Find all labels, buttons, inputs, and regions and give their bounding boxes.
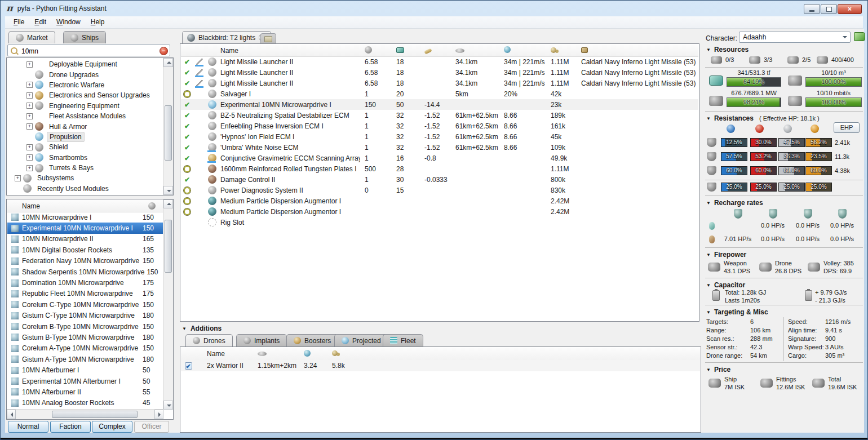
additions-tab[interactable]: Drones (185, 334, 233, 346)
recharge-section-header[interactable]: ▼ Recharge rates (706, 199, 763, 207)
meta-filter-button[interactable]: Complex (92, 421, 132, 433)
additions-tab[interactable]: Implants (236, 334, 287, 346)
expand-icon[interactable]: + (26, 61, 33, 68)
drones-header[interactable]: Name (181, 348, 700, 361)
powergrid-column-icon[interactable] (365, 46, 372, 54)
tree-item[interactable]: + Shield (7, 142, 163, 152)
expand-icon[interactable]: + (26, 154, 33, 161)
meta-filter-button[interactable]: Normal (8, 421, 48, 433)
range-column-icon[interactable] (258, 352, 267, 356)
name-column-header[interactable]: Name (196, 350, 258, 358)
market-item-row[interactable]: 10MN Afterburner II 55 (7, 386, 163, 397)
market-item-row[interactable]: 10MN Microwarpdrive II 165 (7, 234, 163, 245)
capacitor-column-icon[interactable] (424, 48, 432, 54)
firepower-section-header[interactable]: ▼ Firepower (706, 251, 746, 259)
market-item-row[interactable]: Republic Fleet 10MN Microwarpdrive 175 (7, 288, 163, 299)
new-tab-button[interactable] (260, 33, 276, 44)
additions-tab[interactable]: Projected (334, 334, 388, 346)
market-item-row[interactable]: Domination 10MN Microwarpdrive 175 (7, 277, 163, 288)
fitting-row[interactable]: ✔ Light Missile Launcher II 6.58 18 34.1… (181, 78, 698, 88)
tree-item[interactable]: + Engineering Equipment (7, 101, 163, 111)
market-item-row[interactable]: 10MN Microwarpdrive I 150 (7, 212, 163, 223)
tree-item[interactable]: + Subsystems (7, 173, 163, 183)
tree-scrollbar[interactable] (163, 58, 173, 195)
scroll-left-icon[interactable] (7, 410, 16, 419)
scroll-thumb[interactable] (165, 105, 172, 161)
close-button[interactable]: × (838, 4, 862, 14)
fitting-row[interactable]: ✔ 'Umbra' White Noise ECM 1 32 -1.52 61k… (181, 142, 698, 153)
market-item-row[interactable]: Federation Navy 10MN Microwarpdrive 150 (7, 256, 163, 266)
fitting-row[interactable]: ✔ Salvager I 1 20 5km 20% 42k (181, 88, 698, 99)
market-item-row[interactable]: 10MN Analog Booster Rockets 45 (7, 398, 163, 408)
fitting-header[interactable]: Name (181, 45, 698, 57)
expand-icon[interactable]: + (26, 92, 33, 99)
scroll-thumb[interactable] (52, 411, 138, 418)
expand-icon[interactable]: + (26, 144, 33, 150)
expand-icon[interactable]: + (26, 165, 33, 171)
tree-item[interactable]: + Smartbombs (7, 153, 163, 163)
additions-tab[interactable]: Boosters (286, 334, 338, 346)
clear-search-icon[interactable]: − (160, 47, 168, 55)
range-column-icon[interactable] (455, 48, 464, 53)
resources-section-header[interactable]: ▼ Resources (706, 46, 749, 54)
title-bar[interactable]: π pyfa - Python Fitting Assistant (1, 1, 867, 16)
fitting-row[interactable]: ✔ Medium Particle Dispersion Augmentor I (181, 206, 698, 217)
scroll-up-icon[interactable] (163, 199, 173, 208)
tree-item[interactable]: + Recently Used Modules (7, 184, 163, 194)
menu-item[interactable]: Window (51, 16, 86, 28)
restore-button[interactable] (821, 4, 837, 14)
expand-icon[interactable]: + (26, 82, 33, 88)
search-input[interactable] (20, 46, 157, 56)
ammo-column-icon[interactable] (581, 47, 588, 53)
menu-item[interactable]: File (8, 16, 29, 28)
cpu-column-icon[interactable] (396, 47, 404, 53)
tree-item[interactable]: + Propulsion (7, 132, 163, 142)
fit-tab[interactable]: Blackbird: T2 lights × (182, 31, 271, 43)
fitting-row[interactable]: ✔ Enfeebling Phase Inversion ECM I 1 32 … (181, 121, 698, 131)
ehp-toggle-button[interactable]: EHP (834, 122, 860, 133)
tree-item[interactable]: + Turrets & Bays (7, 163, 163, 173)
market-list-header[interactable]: Name (7, 200, 163, 212)
fitting-row[interactable]: ✔ BZ-5 Neutralizing Spatial Destabilizer… (181, 110, 698, 121)
falloff-column-icon[interactable] (504, 46, 511, 53)
fitting-row[interactable]: ✔ Light Missile Launcher II 6.58 18 34.1… (181, 56, 698, 67)
capacitor-section-header[interactable]: ▼ Capacitor (706, 281, 745, 289)
market-item-row[interactable]: Corelum C-Type 10MN Microwarpdrive 150 (7, 299, 163, 310)
resistances-section-header[interactable]: ▼ Resistances ( Effective HP: 18.1k ) (706, 114, 820, 122)
tracking-column-icon[interactable] (304, 350, 311, 357)
targeting-section-header[interactable]: ▼ Targeting & Misc (706, 308, 768, 316)
price-column-icon[interactable] (332, 350, 338, 356)
price-column-icon[interactable] (551, 47, 556, 53)
market-list-hscrollbar[interactable] (7, 409, 163, 419)
menu-item[interactable]: Help (86, 16, 110, 28)
character-editor-icon[interactable] (854, 32, 865, 41)
left-panel-tab[interactable]: Market (8, 31, 55, 43)
tree-item[interactable]: + Electronics and Sensor Upgrades (7, 90, 163, 100)
additions-tab[interactable]: Fleet (383, 334, 423, 346)
fitting-row[interactable]: ✔ Light Missile Launcher II 6.58 18 34.1… (181, 67, 698, 78)
scroll-down-icon[interactable] (163, 186, 173, 195)
market-item-row[interactable]: Corelum B-Type 10MN Microwarpdrive 150 (7, 321, 163, 332)
expand-icon[interactable]: + (26, 113, 33, 119)
fitting-row[interactable]: ✔ 'Hypnos' Ion Field ECM I 1 32 -1.52 61… (181, 131, 698, 142)
character-dropdown[interactable]: Adaahh (739, 32, 851, 43)
additions-section-header[interactable]: ▼ Additions (182, 324, 222, 333)
expand-icon[interactable]: + (26, 103, 33, 109)
tree-item[interactable]: + Electronic Warfare (7, 80, 163, 90)
market-item-row[interactable]: Gistum C-Type 10MN Microwarpdrive 180 (7, 310, 163, 321)
fitting-row[interactable]: ✔ Damage Control II 1 30 -0.0333 8 (181, 174, 698, 185)
tree-item[interactable]: + Hull & Armor (7, 121, 163, 131)
fitting-row[interactable]: ✔ Power Diagnostic System II 0 15 (181, 185, 698, 195)
expand-icon[interactable]: + (15, 175, 21, 181)
expand-icon[interactable]: + (26, 123, 33, 130)
market-item-row[interactable]: 10MN Afterburner I 50 (7, 365, 163, 375)
market-item-row[interactable]: Corelum A-Type 10MN Microwarpdrive 150 (7, 343, 163, 354)
name-column-header[interactable]: Name (22, 202, 140, 210)
scroll-up-icon[interactable] (163, 58, 173, 67)
fitting-row[interactable]: ✔ Conjunctive Gravimetric ECCM Scanning … (181, 153, 698, 163)
market-item-row[interactable]: Gistum A-Type 10MN Microwarpdrive 180 (7, 354, 163, 365)
market-item-row[interactable]: 10MN Digital Booster Rockets 135 (7, 245, 163, 255)
tree-item[interactable]: + Drone Upgrades (7, 69, 163, 79)
market-list-scrollbar[interactable] (163, 199, 173, 410)
minimize-button[interactable] (804, 4, 820, 14)
